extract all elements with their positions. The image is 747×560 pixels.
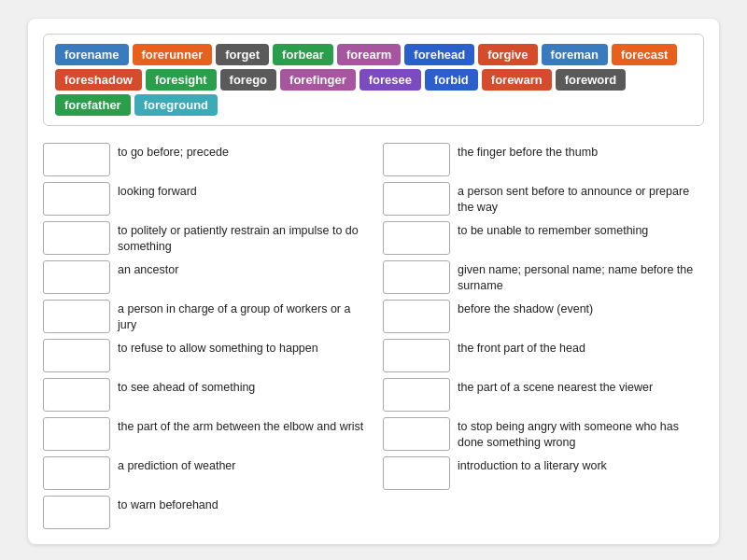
answer-input[interactable] bbox=[43, 260, 110, 294]
definition-text: to see ahead of something bbox=[118, 378, 255, 396]
definition-text: looking forward bbox=[118, 182, 197, 200]
word-bank: forenameforerunnerforgetforbearforearmfo… bbox=[43, 34, 704, 126]
word-tag-forehead[interactable]: forehead bbox=[404, 44, 474, 65]
definition-text: the front part of the head bbox=[458, 339, 585, 357]
definition-text: an ancestor bbox=[118, 260, 178, 278]
definition-text: to warn beforehand bbox=[118, 496, 218, 513]
word-tag-foresee[interactable]: foresee bbox=[359, 69, 421, 91]
right-column: the finger before the thumba person sent… bbox=[383, 143, 704, 529]
word-tag-forerunner[interactable]: forerunner bbox=[133, 44, 213, 65]
definition-text: given name; personal name; name before t… bbox=[458, 260, 704, 294]
left-column: to go before; precedelooking forwardto p… bbox=[43, 143, 364, 529]
left-match-row: a prediction of weather bbox=[43, 456, 364, 490]
definition-text: to go before; precede bbox=[118, 143, 229, 161]
word-tag-forgive[interactable]: forgive bbox=[478, 44, 537, 65]
left-match-row: to refuse to allow something to happen bbox=[43, 339, 364, 372]
matching-section: to go before; precedelooking forwardto p… bbox=[43, 143, 704, 529]
definition-text: the part of the arm between the elbow an… bbox=[118, 417, 363, 435]
definition-text: to stop being angry with someone who has… bbox=[458, 417, 704, 451]
answer-input[interactable] bbox=[43, 221, 110, 255]
word-tag-forename[interactable]: forename bbox=[55, 44, 129, 65]
definition-text: introduction to a literary work bbox=[458, 456, 607, 474]
definition-text: a prediction of weather bbox=[118, 456, 235, 474]
answer-input[interactable] bbox=[43, 339, 110, 372]
right-match-row: introduction to a literary work bbox=[383, 456, 704, 490]
word-tag-foreword[interactable]: foreword bbox=[556, 69, 627, 91]
answer-input[interactable] bbox=[43, 417, 110, 451]
answer-input[interactable] bbox=[383, 417, 450, 451]
word-tag-foreground[interactable]: foreground bbox=[134, 94, 218, 116]
right-match-row: a person sent before to announce or prep… bbox=[383, 182, 704, 216]
definition-text: the part of a scene nearest the viewer bbox=[458, 378, 653, 396]
right-match-row: the front part of the head bbox=[383, 339, 704, 372]
right-match-row: the part of a scene nearest the viewer bbox=[383, 378, 704, 412]
right-match-row: to stop being angry with someone who has… bbox=[383, 417, 704, 451]
answer-input[interactable] bbox=[383, 221, 450, 255]
answer-input[interactable] bbox=[43, 496, 110, 529]
right-match-row: given name; personal name; name before t… bbox=[383, 260, 704, 294]
word-tag-forbid[interactable]: forbid bbox=[425, 69, 478, 91]
answer-input[interactable] bbox=[383, 260, 450, 294]
left-match-row: an ancestor bbox=[43, 260, 364, 294]
left-match-row: to see ahead of something bbox=[43, 378, 364, 412]
definition-text: the finger before the thumb bbox=[458, 143, 598, 161]
definition-text: before the shadow (event) bbox=[458, 300, 593, 317]
definition-text: a person in charge of a group of workers… bbox=[118, 300, 364, 333]
answer-input[interactable] bbox=[383, 182, 450, 216]
definition-text: to be unable to remember something bbox=[458, 221, 648, 239]
word-tag-forefinger[interactable]: forefinger bbox=[280, 69, 356, 91]
word-tag-forego[interactable]: forego bbox=[220, 69, 276, 91]
answer-input[interactable] bbox=[43, 378, 110, 412]
definition-text: to politely or patiently restrain an imp… bbox=[118, 221, 364, 255]
left-match-row: to politely or patiently restrain an imp… bbox=[43, 221, 364, 255]
word-tag-foreshadow[interactable]: foreshadow bbox=[55, 69, 142, 91]
answer-input[interactable] bbox=[43, 300, 110, 333]
word-tag-forefather[interactable]: forefather bbox=[55, 94, 131, 116]
left-match-row: looking forward bbox=[43, 182, 364, 216]
right-match-row: to be unable to remember something bbox=[383, 221, 704, 255]
right-match-row: the finger before the thumb bbox=[383, 143, 704, 176]
answer-input[interactable] bbox=[383, 339, 450, 372]
left-match-row: to warn beforehand bbox=[43, 496, 364, 529]
answer-input[interactable] bbox=[43, 182, 110, 216]
word-tag-forget[interactable]: forget bbox=[216, 44, 269, 65]
word-tag-foreman[interactable]: foreman bbox=[542, 44, 608, 65]
definition-text: a person sent before to announce or prep… bbox=[458, 182, 704, 216]
answer-input[interactable] bbox=[383, 300, 450, 333]
word-tag-forewarn[interactable]: forewarn bbox=[482, 69, 552, 91]
right-match-row: before the shadow (event) bbox=[383, 300, 704, 333]
definition-text: to refuse to allow something to happen bbox=[118, 339, 318, 357]
left-match-row: the part of the arm between the elbow an… bbox=[43, 417, 364, 451]
word-tag-forecast[interactable]: forecast bbox=[612, 44, 678, 65]
answer-input[interactable] bbox=[383, 456, 450, 490]
main-container: forenameforerunnerforgetforbearforearmfo… bbox=[28, 19, 719, 544]
word-tag-forearm[interactable]: forearm bbox=[337, 44, 401, 65]
answer-input[interactable] bbox=[43, 143, 110, 176]
answer-input[interactable] bbox=[383, 143, 450, 176]
word-tag-forbear[interactable]: forbear bbox=[273, 44, 333, 65]
left-match-row: a person in charge of a group of workers… bbox=[43, 300, 364, 333]
left-match-row: to go before; precede bbox=[43, 143, 364, 176]
word-tag-foresight[interactable]: foresight bbox=[146, 69, 217, 91]
answer-input[interactable] bbox=[383, 378, 450, 412]
answer-input[interactable] bbox=[43, 456, 110, 490]
